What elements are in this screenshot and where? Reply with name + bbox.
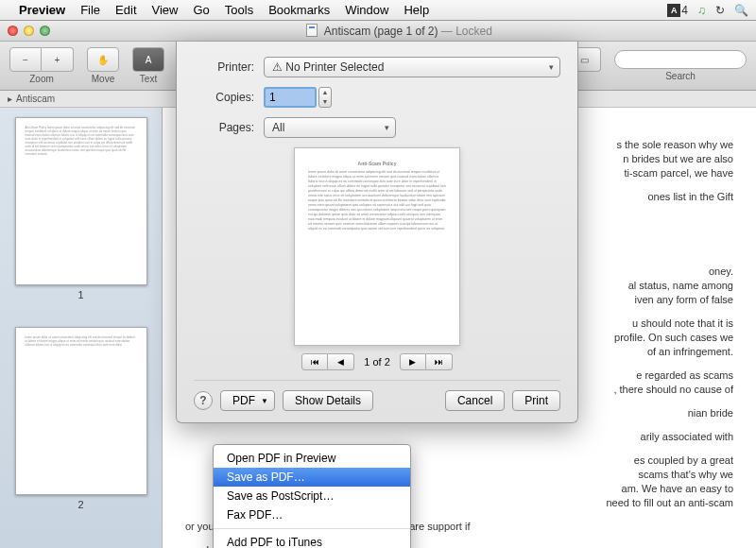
itunes-icon[interactable]: ♫	[697, 4, 706, 17]
spotlight-icon[interactable]: 🔍	[734, 4, 748, 17]
menu-separator	[214, 528, 410, 529]
text-label: Text	[140, 74, 157, 84]
window-titlebar: Antiscam (page 1 of 2) — Locked	[0, 21, 756, 42]
pages-select[interactable]: All▾	[264, 117, 396, 138]
copies-stepper[interactable]: ▲▼	[318, 87, 332, 108]
page-thumbnail-1[interactable]: Anti-Scam Policy lorem ipsum dolor sit a…	[15, 117, 147, 285]
search-input[interactable]	[614, 50, 747, 69]
printer-label: Printer:	[194, 60, 254, 74]
prev-page-button[interactable]: ◀	[328, 353, 354, 370]
chevron-updown-icon: ▾	[385, 123, 389, 132]
next-page-button[interactable]: ▶	[400, 353, 426, 370]
window-menu[interactable]: Window	[345, 3, 388, 17]
close-button[interactable]	[8, 26, 18, 36]
print-button[interactable]: Print	[512, 390, 560, 411]
print-pager: ⏮ ◀ 1 of 2 ▶ ⏭	[194, 353, 560, 370]
page-indicator: 1 of 2	[364, 356, 390, 368]
print-dialog: Printer: ⚠︎ No Printer Selected▾ Copies:…	[176, 42, 578, 423]
zoom-label: Zoom	[29, 74, 54, 84]
thumbnail-sidebar: Anti-Scam Policy lorem ipsum dolor sit a…	[0, 108, 163, 548]
page-thumbnail-2[interactable]: lorem ipsum dolor sit amet consectetur a…	[15, 327, 147, 495]
printer-select[interactable]: ⚠︎ No Printer Selected▾	[264, 57, 560, 77]
last-page-button[interactable]: ⏭	[426, 353, 453, 370]
chevron-down-icon: ▼	[261, 397, 268, 405]
thumbnail-preview: lorem ipsum dolor sit amet consectetur a…	[16, 328, 146, 494]
menu-save-as-postscript[interactable]: Save as PostScript…	[214, 487, 410, 505]
thumbnail-preview: Anti-Scam Policy lorem ipsum dolor sit a…	[16, 118, 146, 284]
zoom-out-button[interactable]: −	[9, 47, 42, 72]
move-label: Move	[92, 74, 114, 84]
window-title: Antiscam (page 1 of 2) — Locked	[50, 24, 748, 38]
help-menu[interactable]: Help	[404, 3, 429, 17]
view-menu[interactable]: View	[152, 3, 179, 17]
go-menu[interactable]: Go	[193, 3, 209, 17]
traffic-lights	[8, 26, 50, 36]
move-tool-button[interactable]: ✋	[87, 47, 119, 72]
menu-save-as-pdf[interactable]: Save as PDF…	[214, 468, 410, 487]
pdf-dropdown-button[interactable]: PDF▼	[220, 390, 275, 411]
menu-fax-pdf[interactable]: Fax PDF…	[214, 505, 410, 524]
search-label: Search	[665, 71, 696, 81]
text-tool-button[interactable]: A	[132, 47, 164, 72]
pages-label: Pages:	[194, 121, 254, 134]
document-icon	[306, 24, 318, 37]
adobe-status-icon[interactable]: A4	[667, 4, 688, 17]
print-preview: Anti-Scam Policy lorem ipsum dolor sit a…	[294, 147, 460, 346]
chevron-right-icon: ▸	[8, 94, 12, 104]
tools-menu[interactable]: Tools	[225, 3, 253, 17]
app-menu[interactable]: Preview	[19, 3, 65, 17]
zoom-in-button[interactable]: +	[42, 47, 74, 72]
menu-add-pdf-itunes[interactable]: Add PDF to iTunes	[214, 533, 410, 548]
zoom-button[interactable]	[40, 26, 50, 36]
thumbnail-2-label: 2	[15, 499, 147, 510]
macos-menubar: Preview File Edit View Go Tools Bookmark…	[0, 0, 756, 21]
timemachine-icon[interactable]: ↻	[715, 4, 725, 17]
show-details-button[interactable]: Show Details	[283, 390, 373, 411]
chevron-updown-icon: ▾	[549, 62, 554, 72]
copies-input[interactable]	[264, 87, 317, 108]
first-page-button[interactable]: ⏮	[301, 353, 328, 370]
cancel-button[interactable]: Cancel	[445, 390, 505, 411]
edit-menu[interactable]: Edit	[115, 3, 136, 17]
pdf-dropdown-menu: Open PDF in Preview Save as PDF… Save as…	[213, 444, 411, 548]
thumbnail-1-label: 1	[15, 289, 147, 300]
copies-label: Copies:	[194, 91, 254, 104]
file-menu[interactable]: File	[80, 3, 100, 17]
bookmarks-menu[interactable]: Bookmarks	[268, 3, 330, 17]
help-button[interactable]: ?	[194, 391, 213, 410]
minimize-button[interactable]	[24, 26, 34, 36]
menu-open-pdf-preview[interactable]: Open PDF in Preview	[214, 449, 410, 468]
document-name: Antiscam	[16, 94, 55, 104]
